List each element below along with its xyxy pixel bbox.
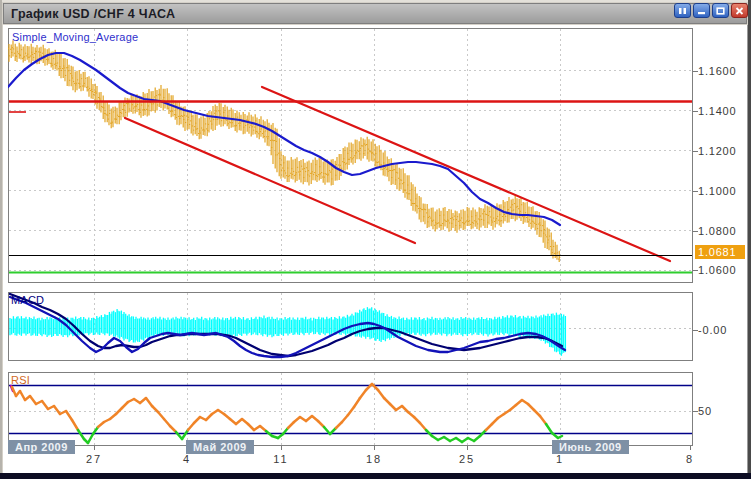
chart-window: График USD /CHF 4 ЧАСА Simple_Moving_Ave… [0,0,751,479]
time-axis-label: 18 [360,453,388,465]
rsi-indicator-label: RSI [11,374,30,386]
window-border-top [0,0,751,2]
time-axis-label: 27 [80,453,108,465]
time-axis-tick [281,446,282,450]
current-price-label: 1.0681 [695,245,745,259]
window-title: График USD /CHF 4 ЧАСА [4,7,175,21]
maximize-icon[interactable] [712,3,729,18]
price-scale-tick [693,71,698,72]
month-badge: Май 2009 [186,440,254,454]
time-axis-label: 11 [267,453,295,465]
close-icon[interactable] [731,3,748,18]
time-axis-label: 1 [546,453,574,465]
price-scale-tick [693,191,698,192]
pause-icon[interactable] [674,3,691,18]
window-titlebar[interactable]: График USD /CHF 4 ЧАСА [3,3,747,24]
price-scale-label: 1.1400 [698,105,736,117]
price-scale-label: 1.0800 [698,225,736,237]
price-scale-label: 1.1000 [698,185,736,197]
price-scale-tick [693,151,698,152]
sma-indicator-label: Simple_Moving_Average [12,31,138,43]
rsi-scale-value: 50 [698,405,712,417]
time-axis-label: 4 [173,453,201,465]
price-scale-label: 1.1600 [698,65,736,77]
rsi-panel[interactable] [8,372,693,446]
macd-panel[interactable] [8,292,693,361]
price-scale-tick [693,111,698,112]
price-scale-label: 1.1200 [698,145,736,157]
time-axis-tick [690,446,691,450]
window-border-left [0,0,2,479]
macd-indicator-label: MACD [11,294,44,306]
time-axis-tick [374,446,375,450]
price-scale-tick [693,270,698,271]
month-badge: Апр 2009 [8,440,75,454]
macd-scale-value: -0.00 [698,324,727,336]
price-scale-label: 1.0600 [698,264,736,276]
time-axis-tick [94,446,95,450]
month-badge: Июнь 2009 [552,440,629,454]
time-axis-tick [467,446,468,450]
price-scale-tick [693,330,698,331]
minimize-icon[interactable] [693,3,710,18]
price-scale-tick [693,411,698,412]
window-border-bottom [0,473,751,479]
price-chart-panel[interactable] [8,28,693,283]
price-scale-tick [693,231,698,232]
chart-content: Simple_Moving_Average MACD RSI 1.16001.1… [3,25,747,473]
time-axis-label: 25 [453,453,481,465]
time-axis-label: 8 [676,453,704,465]
